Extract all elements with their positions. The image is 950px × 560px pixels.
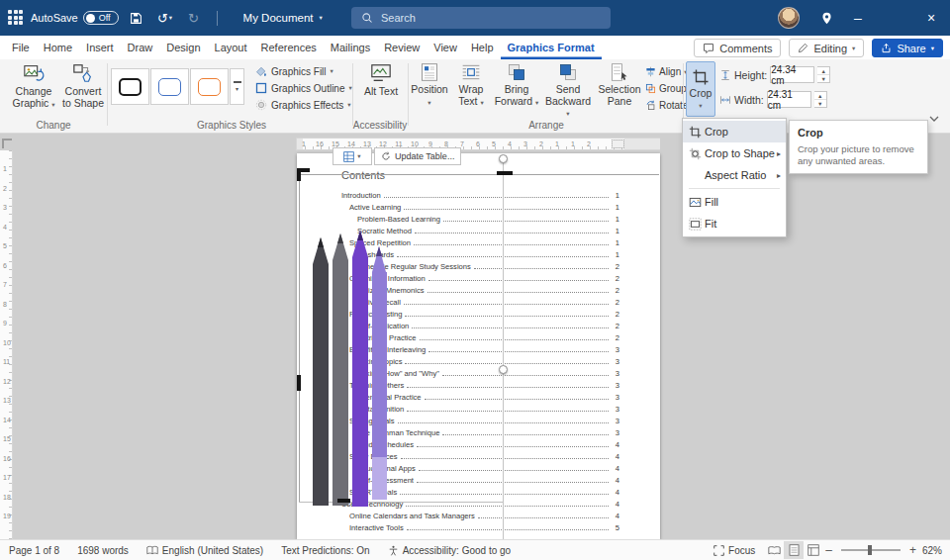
undo-button[interactable]: ↺▾	[154, 8, 176, 28]
crop-handle-left-middle[interactable]	[297, 375, 301, 391]
toc-field-menu-button[interactable]: ▾	[332, 147, 372, 165]
graphics-outline-button[interactable]: Graphics Outline▾	[255, 80, 352, 96]
convert-to-shape-button[interactable]: Convert to Shape	[61, 62, 105, 109]
send-backward-button[interactable]: Send Backward ▾	[542, 62, 594, 120]
menu-item-aspect-ratio[interactable]: Aspect Ratio▸	[683, 164, 786, 186]
tab-review[interactable]: Review	[377, 36, 427, 59]
minimize-button[interactable]: –	[843, 0, 873, 36]
resize-handle-middle[interactable]	[499, 365, 508, 374]
app-launcher-icon[interactable]	[8, 10, 24, 26]
tab-references[interactable]: References	[254, 36, 324, 59]
zoom-level[interactable]: 62%	[918, 540, 950, 560]
page-indicator[interactable]: Page 1 of 8	[0, 540, 68, 560]
crop-handle-bottom[interactable]	[337, 499, 350, 503]
tab-graphics-format[interactable]: Graphics Format	[501, 36, 602, 59]
width-stepper[interactable]: ▲▼	[814, 91, 827, 108]
tab-home[interactable]: Home	[37, 36, 79, 59]
toc-entry: Asking "How" and "Why"3	[341, 366, 619, 378]
document-title[interactable]: My Document▾	[230, 12, 323, 24]
menu-item-crop-to-shape[interactable]: Crop to Shape▸	[683, 142, 786, 164]
tab-selector[interactable]	[2, 139, 12, 148]
graphics-style-1[interactable]	[111, 68, 149, 105]
toc-entry: Benefits of Interleaving3	[341, 342, 619, 354]
update-table-button[interactable]: Update Table...	[374, 147, 461, 165]
crop-handle-top-left[interactable]	[297, 168, 301, 181]
width-input[interactable]: 24.31 cm	[767, 91, 811, 108]
graphics-fill-button[interactable]: Graphics Fill▾	[255, 63, 333, 79]
toc-field-controls: ▾ Update Table...	[332, 147, 461, 165]
bring-forward-button[interactable]: Bring Forward ▾	[493, 62, 540, 108]
alt-text-icon	[370, 62, 392, 84]
editing-button[interactable]: Editing▾	[789, 39, 864, 57]
alt-text-button[interactable]: Alt Text	[358, 62, 404, 98]
tab-help[interactable]: Help	[464, 36, 501, 59]
collapse-ribbon-button[interactable]	[926, 112, 942, 126]
text-predictions[interactable]: Text Predictions: On	[272, 540, 378, 560]
height-stepper[interactable]: ▲▼	[817, 66, 830, 83]
height-input[interactable]: 24.34 cm	[770, 66, 814, 83]
autosave-toggle[interactable]: AutoSave Off	[31, 11, 119, 25]
resize-handle-top[interactable]	[499, 154, 508, 163]
avatar[interactable]	[778, 7, 800, 29]
graphics-effects-icon	[255, 99, 267, 111]
change-graphic-button[interactable]: Change Graphic ▾	[6, 62, 61, 110]
toc-entry: Organizing Information2	[341, 271, 619, 283]
pin-icon[interactable]	[821, 11, 832, 29]
comments-button[interactable]: Comments	[694, 39, 781, 57]
menu-item-crop[interactable]: Crop	[683, 121, 786, 142]
tab-mailings[interactable]: Mailings	[324, 36, 377, 59]
tab-layout[interactable]: Layout	[208, 36, 254, 59]
toc-entry: Setting Goals3	[341, 414, 619, 425]
fill-icon	[686, 196, 705, 209]
zoom-slider[interactable]	[841, 549, 901, 551]
right-indent-marker[interactable]	[612, 140, 624, 148]
refresh-icon	[381, 151, 391, 161]
position-icon	[420, 62, 439, 82]
zoom-in-button[interactable]: +	[907, 543, 918, 557]
tab-design[interactable]: Design	[159, 36, 207, 59]
tab-draw[interactable]: Draw	[121, 36, 160, 59]
shape-width-field: Width: 24.31 cm ▲▼	[719, 91, 827, 108]
menu-item-fit[interactable]: Fit	[683, 213, 786, 234]
zoom-out-button[interactable]: –	[823, 543, 834, 557]
selection-pane-button[interactable]: Selection Pane	[596, 62, 643, 107]
graphics-effects-button[interactable]: Graphics Effects▾	[255, 97, 350, 113]
wrap-text-button[interactable]: Wrap Text ▾	[451, 62, 491, 108]
accessibility-status[interactable]: Accessibility: Good to go	[379, 540, 521, 560]
language-indicator[interactable]: English (United States)	[138, 540, 272, 560]
convert-to-shape-icon	[72, 62, 94, 84]
autosave-state: Off	[99, 13, 111, 23]
toc-entry: Socratic Method1	[341, 224, 619, 235]
tab-file[interactable]: File	[5, 36, 37, 59]
crop-handle-top-center[interactable]	[497, 171, 513, 175]
wrap-text-icon	[461, 62, 481, 82]
toc-entry: Online Calendars and Task Managers4	[341, 509, 619, 520]
word-count[interactable]: 1698 words	[68, 540, 138, 560]
chevron-down-icon	[929, 116, 939, 122]
graphics-style-2[interactable]	[150, 68, 189, 105]
position-button[interactable]: Position ▾	[410, 62, 449, 108]
share-button[interactable]: Share▾	[872, 39, 943, 57]
toc-entry: Self-Explication2	[341, 319, 619, 330]
undo-icon: ↺	[157, 11, 168, 26]
read-mode-button[interactable]	[764, 541, 784, 559]
graphics-style-3[interactable]	[190, 68, 229, 105]
save-button[interactable]	[126, 8, 147, 28]
redo-button[interactable]: ↻	[183, 8, 205, 28]
crop-button[interactable]: Crop ▾	[686, 61, 715, 117]
tab-insert[interactable]: Insert	[79, 36, 121, 59]
menu-item-fill[interactable]: Fill	[683, 191, 786, 213]
tab-view[interactable]: View	[427, 36, 464, 59]
web-layout-button[interactable]	[804, 541, 823, 559]
toc-entry: Utilizing Mnemonics2	[341, 283, 619, 295]
align-button[interactable]: Align▾	[645, 64, 688, 79]
toc-entry: SMART Goals4	[341, 485, 619, 497]
gallery-more-button[interactable]: ▾	[230, 68, 244, 105]
focus-button[interactable]: Focus	[705, 540, 764, 560]
close-button[interactable]: ×	[916, 0, 946, 36]
print-layout-button[interactable]	[784, 541, 804, 559]
zoom-slider-knob[interactable]	[868, 545, 872, 555]
statusbar: Page 1 of 8 1698 words English (United S…	[0, 539, 950, 560]
search-input[interactable]: Search	[351, 7, 611, 29]
toc-entry: Study Schedules4	[341, 437, 619, 449]
